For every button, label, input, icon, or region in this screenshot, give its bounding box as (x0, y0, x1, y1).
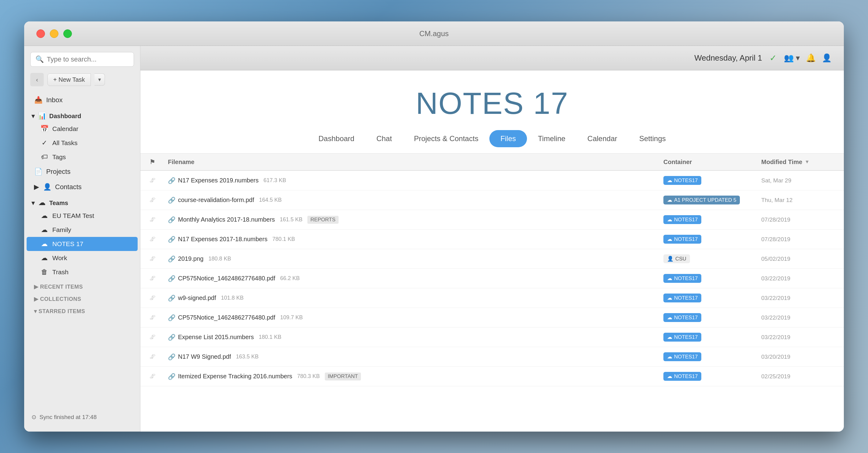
table-row[interactable]: 🖇 🔗 2019.png 180.8 KB 👤 CSU 05/02/2019 (141, 249, 844, 269)
td-pin: 🖇 (147, 216, 165, 223)
sidebar-item-trash[interactable]: 🗑 Trash (27, 265, 137, 279)
td-filename: 🔗 CP575Notice_14624862776480.pdf 109.7 K… (165, 314, 660, 321)
tab-chat[interactable]: Chat (366, 130, 403, 147)
file-icon: 🔗 (168, 197, 176, 204)
pin-icon: 🖇 (150, 216, 156, 223)
td-modified: Sat, Mar 29 (758, 177, 838, 184)
table-row[interactable]: 🖇 🔗 w9-signed.pdf 101.8 KB ☁ NOTES17 03/… (141, 288, 844, 308)
sidebar-item-eu-team[interactable]: ☁ EU TEAM Test (27, 209, 137, 223)
container-badge: ☁ NOTES17 (663, 274, 701, 283)
chevron-down-icon: ▾ (31, 199, 35, 207)
sidebar-item-label: EU TEAM Test (52, 212, 94, 220)
sidebar-item-label: Teams (49, 200, 68, 207)
sidebar-item-all-tasks[interactable]: ✓ All Tasks (27, 136, 137, 150)
container-icon: ☁ (667, 314, 672, 321)
file-tag: IMPORTANT (325, 372, 361, 380)
pin-icon: 🖇 (150, 373, 156, 380)
project-title-area: NOTES 17 (141, 70, 844, 130)
table-row[interactable]: 🖇 🔗 CP575Notice_14624862776480.pdf 109.7… (141, 308, 844, 328)
file-name: w9-signed.pdf (178, 294, 216, 302)
notifications-button[interactable]: 🔔 (806, 53, 816, 63)
file-size: 180.8 KB (208, 256, 231, 262)
td-modified: 07/28/2019 (758, 236, 838, 243)
users-button[interactable]: 👥 ▾ (784, 53, 800, 63)
tab-calendar[interactable]: Calendar (577, 130, 628, 147)
tab-timeline[interactable]: Timeline (527, 130, 577, 147)
container-badge: ☁ NOTES17 (663, 176, 701, 185)
td-filename: 🔗 Expense List 2015.numbers 180.1 KB (165, 334, 660, 341)
container-badge: ☁ NOTES17 (663, 333, 701, 342)
close-button[interactable] (36, 29, 45, 38)
td-modified: 03/22/2019 (758, 275, 838, 282)
file-name: Expense List 2015.numbers (178, 334, 254, 341)
file-tag: REPORTS (307, 216, 339, 224)
main-layout: 🔍 ‹ + New Task ▾ 📥 Inbox ▾ 📊 Dashboard (24, 46, 844, 431)
sidebar-item-inbox[interactable]: 📥 Inbox (27, 92, 137, 108)
cloud-icon: ☁ (40, 226, 49, 234)
table-row[interactable]: 🖇 🔗 N17 Expenses 2017-18.numbers 780.1 K… (141, 230, 844, 249)
trash-icon: 🗑 (40, 268, 49, 276)
search-box[interactable]: 🔍 (30, 52, 134, 67)
sidebar-item-label: NOTES 17 (52, 240, 84, 248)
search-input[interactable] (47, 55, 131, 63)
file-name: N17 W9 Signed.pdf (178, 353, 231, 360)
sidebar: 🔍 ‹ + New Task ▾ 📥 Inbox ▾ 📊 Dashboard (24, 46, 141, 431)
tab-files[interactable]: Files (489, 130, 527, 147)
file-size: 101.8 KB (221, 295, 244, 301)
sync-icon: ⊙ (31, 414, 36, 421)
account-button[interactable]: 👤 (822, 53, 832, 63)
tab-projects-contacts[interactable]: Projects & Contacts (403, 130, 489, 147)
container-badge: ☁ NOTES17 (663, 352, 701, 361)
table-row[interactable]: 🖇 🔗 N17 W9 Signed.pdf 163.5 KB ☁ NOTES17… (141, 347, 844, 367)
td-pin: 🖇 (147, 236, 165, 243)
file-size: 109.7 KB (280, 314, 303, 321)
chevron-down-icon: ▾ (31, 112, 35, 120)
table-row[interactable]: 🖇 🔗 Itemized Expense Tracking 2016.numbe… (141, 367, 844, 386)
back-button[interactable]: ‹ (30, 73, 44, 86)
td-filename: 🔗 N17 Expenses 2017-18.numbers 780.1 KB (165, 236, 660, 243)
cloud-icon: ☁ (40, 212, 49, 220)
file-icon: 🔗 (168, 334, 176, 341)
contacts-icon: 👤 (43, 183, 51, 191)
sidebar-item-notes17[interactable]: ☁ NOTES 17 (27, 237, 137, 251)
sidebar-item-family[interactable]: ☁ Family (27, 223, 137, 237)
minimize-button[interactable] (50, 29, 58, 38)
maximize-button[interactable] (63, 29, 72, 38)
collections-section-header[interactable]: ▶ COLLECTIONS (24, 291, 140, 304)
new-task-dropdown[interactable]: ▾ (94, 74, 105, 86)
table-row[interactable]: 🖇 🔗 Expense List 2015.numbers 180.1 KB ☁… (141, 328, 844, 347)
sidebar-item-teams[interactable]: ▾ ☁ Teams (24, 195, 140, 209)
new-task-button[interactable]: + New Task (48, 74, 91, 86)
tab-dashboard[interactable]: Dashboard (307, 130, 365, 147)
sidebar-item-tags[interactable]: 🏷 Tags (27, 150, 137, 164)
file-name: N17 Expenses 2019.numbers (178, 177, 259, 184)
file-icon: 🔗 (168, 373, 176, 380)
sidebar-item-dashboard[interactable]: ▾ 📊 Dashboard (24, 108, 140, 122)
table-row[interactable]: 🖇 🔗 Monthly Analytics 2017-18.numbers 16… (141, 210, 844, 230)
recent-items-section-header[interactable]: ▶ RECENT ITEMS (24, 279, 140, 291)
table-row[interactable]: 🖇 🔗 CP575Notice_14624862776480.pdf 66.2 … (141, 269, 844, 288)
file-name: Itemized Expense Tracking 2016.numbers (178, 373, 292, 380)
inbox-icon: 📥 (34, 96, 42, 104)
table-row[interactable]: 🖇 🔗 course-revalidation-form.pdf 164.5 K… (141, 190, 844, 210)
sidebar-item-work[interactable]: ☁ Work (27, 251, 137, 265)
pin-icon: 🖇 (150, 177, 156, 184)
sidebar-item-label: Calendar (52, 125, 78, 133)
sidebar-item-projects[interactable]: 📄 Projects (27, 164, 137, 179)
table-row[interactable]: 🖇 🔗 N17 Expenses 2019.numbers 617.3 KB ☁… (141, 171, 844, 190)
td-pin: 🖇 (147, 373, 165, 380)
sidebar-item-contacts[interactable]: ▶ 👤 Contacts (27, 179, 137, 195)
file-size: 161.5 KB (280, 217, 303, 223)
starred-items-section-header[interactable]: ▾ STARRED ITEMS (24, 304, 140, 316)
window-controls (36, 29, 72, 38)
content-area: Wednesday, April 1 ✓ 👥 ▾ 🔔 👤 NOTES 17 Da… (141, 46, 844, 431)
tab-settings[interactable]: Settings (628, 130, 677, 147)
sidebar-item-label: Family (52, 226, 71, 233)
file-icon: 🔗 (168, 275, 176, 282)
th-modified[interactable]: Modified Time ▼ (758, 159, 838, 166)
th-filename: Filename (165, 159, 660, 166)
td-filename: 🔗 w9-signed.pdf 101.8 KB (165, 294, 660, 302)
th-pin: ⚑ (147, 158, 165, 166)
td-modified: 03/22/2019 (758, 334, 838, 341)
sidebar-item-calendar[interactable]: 📅 Calendar (27, 122, 137, 136)
